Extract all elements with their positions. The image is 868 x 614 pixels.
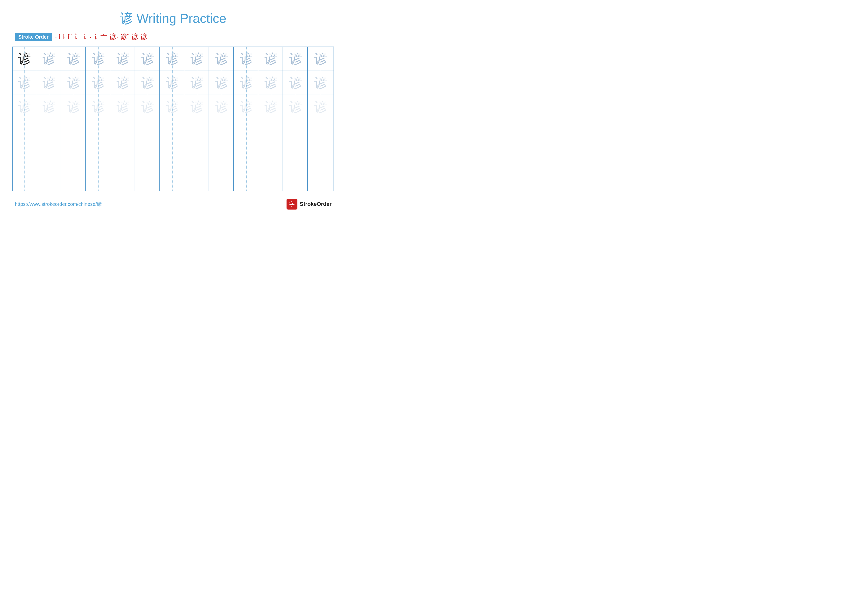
cell-5-7[interactable] [161, 143, 184, 167]
footer-url[interactable]: https://www.strokeorder.com/chinese/谚 [15, 201, 102, 208]
cell-3-8[interactable]: 谚 [186, 95, 209, 119]
cell-2-11[interactable]: 谚 [260, 71, 283, 95]
cell-1-12[interactable]: 谚 [284, 47, 308, 71]
cell-4-11[interactable] [260, 119, 283, 143]
cell-3-5[interactable]: 谚 [112, 95, 135, 119]
cell-4-12[interactable] [284, 119, 308, 143]
cell-2-7[interactable]: 谚 [161, 71, 184, 95]
char-guide: 谚 [166, 50, 179, 68]
cell-5-5[interactable] [112, 143, 135, 167]
cell-3-2[interactable]: 谚 [37, 95, 61, 119]
cell-6-13[interactable] [309, 167, 332, 191]
cell-1-2[interactable]: 谚 [37, 47, 61, 71]
cell-5-4[interactable] [87, 143, 110, 167]
cell-5-3[interactable] [62, 143, 85, 167]
stroke-step-11: 谚 [140, 32, 147, 42]
cell-3-13[interactable]: 谚 [309, 95, 332, 119]
cell-3-6[interactable]: 谚 [136, 95, 160, 119]
cell-3-9[interactable]: 谚 [210, 95, 234, 119]
stroke-step-2: i [59, 33, 60, 41]
char-guide: 谚 [141, 50, 154, 68]
cell-1-13[interactable]: 谚 [309, 47, 332, 71]
cell-5-12[interactable] [284, 143, 308, 167]
cell-2-2[interactable]: 谚 [37, 71, 61, 95]
cell-6-9[interactable] [210, 167, 234, 191]
cell-6-2[interactable] [37, 167, 61, 191]
cell-2-9[interactable]: 谚 [210, 71, 234, 95]
cell-1-10[interactable]: 谚 [235, 47, 258, 71]
cell-4-3[interactable] [62, 119, 85, 143]
cell-4-6[interactable] [136, 119, 160, 143]
cell-1-5[interactable]: 谚 [112, 47, 135, 71]
char-guide-faint: 谚 [141, 98, 154, 116]
char-guide-faint: 谚 [314, 98, 327, 116]
cell-5-13[interactable] [309, 143, 332, 167]
cell-1-8[interactable]: 谚 [186, 47, 209, 71]
cell-3-1[interactable]: 谚 [13, 95, 36, 119]
cell-3-12[interactable]: 谚 [284, 95, 308, 119]
char-guide-lighter: 谚 [289, 74, 302, 92]
cell-4-4[interactable] [87, 119, 110, 143]
cell-2-1[interactable]: 谚 [13, 71, 36, 95]
cell-4-8[interactable] [186, 119, 209, 143]
cell-1-7[interactable]: 谚 [161, 47, 184, 71]
char-guide-faint: 谚 [265, 98, 277, 116]
char-guide-lighter: 谚 [116, 74, 129, 92]
cell-4-2[interactable] [37, 119, 61, 143]
cell-6-8[interactable] [186, 167, 209, 191]
cell-6-5[interactable] [112, 167, 135, 191]
footer: https://www.strokeorder.com/chinese/谚 字 … [12, 199, 334, 210]
cell-5-1[interactable] [13, 143, 36, 167]
cell-5-6[interactable] [136, 143, 160, 167]
cell-2-3[interactable]: 谚 [62, 71, 85, 95]
cell-6-4[interactable] [87, 167, 110, 191]
cell-6-6[interactable] [136, 167, 160, 191]
char-guide: 谚 [314, 50, 327, 68]
cell-6-7[interactable] [161, 167, 184, 191]
cell-3-3[interactable]: 谚 [62, 95, 85, 119]
char-guide: 谚 [289, 50, 302, 68]
cell-5-8[interactable] [186, 143, 209, 167]
cell-3-7[interactable]: 谚 [161, 95, 184, 119]
cell-5-2[interactable] [37, 143, 61, 167]
cell-2-12[interactable]: 谚 [284, 71, 308, 95]
stroke-order-badge: Stroke Order [15, 33, 52, 41]
cell-2-13[interactable]: 谚 [309, 71, 332, 95]
grid-row-5 [13, 143, 333, 167]
cell-2-10[interactable]: 谚 [235, 71, 258, 95]
cell-1-1[interactable]: 谚 [13, 47, 36, 71]
cell-6-10[interactable] [235, 167, 258, 191]
cell-4-13[interactable] [309, 119, 332, 143]
cell-1-3[interactable]: 谚 [62, 47, 85, 71]
cell-4-5[interactable] [112, 119, 135, 143]
cell-3-10[interactable]: 谚 [235, 95, 258, 119]
cell-6-3[interactable] [62, 167, 85, 191]
stroke-order-row: Stroke Order · i i· i¨ 讠 讠· 讠亠 谚· 谚¨ 谚 谚 [12, 32, 334, 42]
char-guide: 谚 [67, 50, 80, 68]
cell-4-7[interactable] [161, 119, 184, 143]
cell-4-9[interactable] [210, 119, 234, 143]
cell-4-10[interactable] [235, 119, 258, 143]
cell-1-6[interactable]: 谚 [136, 47, 160, 71]
cell-3-11[interactable]: 谚 [260, 95, 283, 119]
stroke-step-1: · [55, 33, 57, 41]
cell-5-11[interactable] [260, 143, 283, 167]
cell-2-5[interactable]: 谚 [112, 71, 135, 95]
cell-2-8[interactable]: 谚 [186, 71, 209, 95]
cell-6-12[interactable] [284, 167, 308, 191]
cell-2-4[interactable]: 谚 [87, 71, 110, 95]
char-guide-lighter: 谚 [191, 74, 203, 92]
cell-1-9[interactable]: 谚 [210, 47, 234, 71]
cell-6-11[interactable] [260, 167, 283, 191]
cell-5-9[interactable] [210, 143, 234, 167]
cell-1-4[interactable]: 谚 [87, 47, 110, 71]
cell-5-10[interactable] [235, 143, 258, 167]
cell-1-11[interactable]: 谚 [260, 47, 283, 71]
char-guide-faint: 谚 [92, 98, 105, 116]
cell-4-1[interactable] [13, 119, 36, 143]
stroke-step-10: 谚 [132, 32, 138, 42]
cell-6-1[interactable] [13, 167, 36, 191]
cell-3-4[interactable]: 谚 [87, 95, 110, 119]
char-guide-lighter: 谚 [141, 74, 154, 92]
cell-2-6[interactable]: 谚 [136, 71, 160, 95]
